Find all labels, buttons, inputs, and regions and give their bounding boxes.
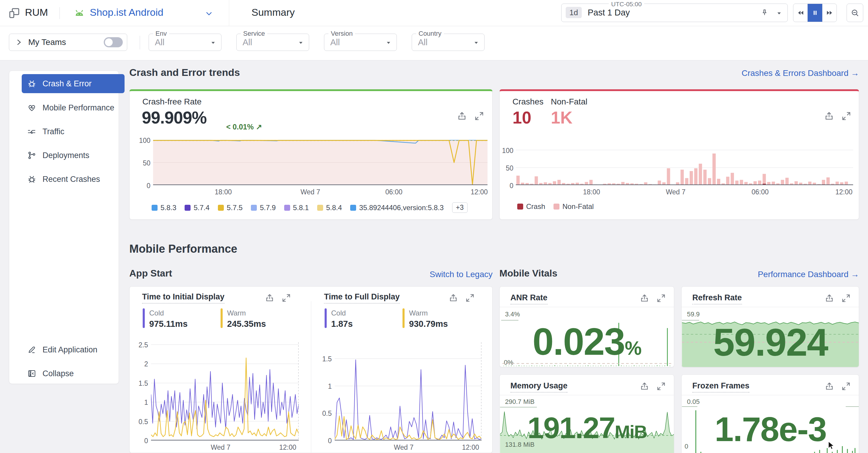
time-forward-button[interactable] [822,4,836,22]
sidebar-item-collapse[interactable]: Collapse [22,364,125,383]
ttfd-title[interactable]: Time to Full Display [324,292,400,304]
legend-item[interactable]: Non-Fatal [554,202,594,211]
expand-icon[interactable] [841,293,851,303]
refresh-rate-title[interactable]: Refresh Rate [692,293,742,305]
legend-item[interactable]: 5.8.1 [284,204,309,212]
switch-to-legacy-link[interactable]: Switch to Legacy [383,270,493,279]
frozen-frames-value: 1.78e-3 [715,412,826,447]
y-tick-label: 0 [500,182,514,190]
expand-icon[interactable] [465,293,475,303]
time-range-chip[interactable]: 1d [566,7,582,18]
cold-stat-bar [324,308,327,328]
x-tick-label: Wed 7 [658,188,693,196]
ttid-title[interactable]: Time to Initial Display [142,292,224,304]
crashes-bar-chart[interactable] [516,148,853,185]
legend-label: 5.7.9 [260,204,276,212]
crash-free-rate-chart[interactable] [153,140,488,185]
y-tick-label: 2 [135,360,148,368]
service-select-value: All [243,37,252,47]
legend-more-badge[interactable]: +3 [452,202,468,213]
sidebar-item-label: Traffic [42,127,64,136]
export-icon[interactable] [448,293,458,303]
refresh-rate-value: 59.924 [713,323,828,362]
memory-bottom-label: 131.8 MiB [505,441,534,449]
pencil-icon [27,345,37,355]
axis-tick [682,406,698,407]
anr-rate-value: 0.023 [532,323,624,361]
memory-usage-value-row: 191.27 MiB [500,413,674,443]
my-teams-toggle[interactable] [104,37,123,47]
crashes-errors-dashboard-link[interactable]: Crashes & Errors Dashboard → [609,68,859,78]
legend-item[interactable]: Crash [517,202,545,211]
x-tick-label: 12:00 [453,444,488,452]
legend-item[interactable]: 5.7.4 [185,204,209,212]
export-icon[interactable] [824,111,834,121]
nonfatal-label: Non-Fatal [551,97,587,107]
sidebar-item-deployments[interactable]: Deployments [22,146,125,165]
cold-label: Cold [331,309,346,317]
memory-usage-card: Memory Usage 290.7 MiB 191.27 MiB 131.8 … [499,374,674,453]
header-section-divider [229,0,229,26]
ttid-chart[interactable] [151,342,299,441]
crash-free-rate-delta: < 0.01% ↗ [226,123,262,131]
sidebar-item-traffic[interactable]: Traffic [22,122,125,141]
expand-icon[interactable] [656,381,666,391]
legend-item[interactable]: 35.89244406,version:5.8.3 [350,204,443,212]
x-tick-label: 12:00 [461,188,497,196]
legend-item[interactable]: 5.7.9 [251,204,276,212]
export-icon[interactable] [640,381,650,391]
y-tick-label: 1 [319,383,332,391]
android-icon [73,7,86,20]
expand-icon[interactable] [656,293,666,303]
application-picker[interactable]: Shop.ist Android [90,6,163,18]
service-select[interactable]: Service All [236,34,309,51]
env-select-value: All [155,37,164,47]
expand-icon[interactable] [474,111,485,121]
expand-icon[interactable] [841,111,851,121]
crashes-value: 10 [513,108,531,128]
cold-label: Cold [149,309,164,317]
memory-top-label: 290.7 MiB [505,398,534,406]
sidebar-item-crash-error[interactable]: Crash & Error [22,74,125,93]
x-tick-label: 18:00 [206,188,241,196]
expand-icon[interactable] [281,293,291,303]
chevron-right-icon[interactable] [15,38,23,46]
export-icon[interactable] [640,293,650,303]
frozen-frames-title[interactable]: Frozen Frames [692,381,749,393]
legend-item[interactable]: 5.8.3 [152,204,176,212]
sidebar: Crash & Error Mobile Performance Traffic… [9,70,119,384]
sidebar-item-recent-crashes[interactable]: Recent Crashes [22,170,125,189]
performance-dashboard-link[interactable]: Performance Dashboard → [684,270,859,279]
sidebar-item-mobile-performance[interactable]: Mobile Performance [22,98,125,117]
product-name: RUM [25,6,48,18]
expand-icon[interactable] [841,381,851,391]
time-backward-button[interactable] [794,4,808,22]
chevron-down-icon[interactable] [205,10,213,18]
my-teams-filter[interactable]: My Teams [9,34,127,51]
export-icon[interactable] [265,293,275,303]
time-range-picker[interactable]: 1d Past 1 Day [561,4,788,22]
card-header-divider [500,307,674,307]
memory-usage-unit: MiB [615,423,647,441]
version-select[interactable]: Version All [324,34,397,51]
anr-rate-title[interactable]: ANR Rate [510,293,548,305]
my-teams-label: My Teams [28,37,66,47]
ttfd-chart[interactable] [335,342,482,441]
sidebar-item-edit-application[interactable]: Edit Application [22,340,125,359]
pin-icon[interactable] [760,8,769,17]
zoom-out-button[interactable] [846,4,863,22]
caret-down-icon[interactable] [776,10,782,17]
filter-bar: My Teams Env All Service All Version All… [0,26,868,60]
axis-tick [500,407,537,407]
legend-item[interactable]: 5.7.5 [218,204,243,212]
export-icon[interactable] [824,381,834,391]
memory-usage-title[interactable]: Memory Usage [510,381,567,393]
legend-item[interactable]: 5.8.4 [317,204,342,212]
export-icon[interactable] [824,293,834,303]
frozen-bottom-label: 0 [685,443,688,450]
country-select[interactable]: Country All [412,34,485,51]
export-icon[interactable] [457,111,467,121]
env-select[interactable]: Env All [149,34,221,51]
pause-button[interactable] [808,4,822,22]
section-title-mobile-performance: Mobile Performance [129,243,237,255]
